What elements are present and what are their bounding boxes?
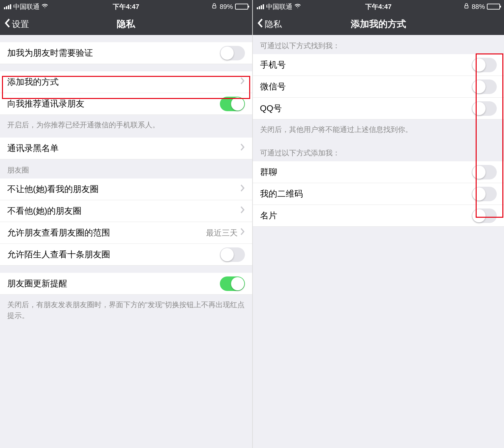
time-label: 下午4:47 xyxy=(365,2,392,11)
phone-left-privacy: 中国联通 下午4:47 89% 设置 隐私 加我为朋友时需要验证 添加我的方式 xyxy=(0,0,252,448)
row-label: QQ号 xyxy=(260,103,472,114)
note-update: 关闭后，有朋友发表朋友圈时，界面下方的"发现"切换按钮上不再出现红点提示。 xyxy=(0,295,252,328)
row-strangers-ten[interactable]: 允许陌生人查看十条朋友圈 xyxy=(0,244,252,266)
status-bar: 中国联通 下午4:47 88% xyxy=(253,0,504,13)
phone-right-add-ways: 中国联通 下午4:47 88% 隐私 添加我的方式 可通过以下方式找到我： 手机… xyxy=(252,0,504,448)
row-label: 不让他(她)看我的朋友圈 xyxy=(7,183,240,195)
row-hide-their-moments[interactable]: 不看他(她)的朋友圈 xyxy=(0,200,252,222)
row-label: 名片 xyxy=(260,210,472,221)
toggle-qq[interactable] xyxy=(472,101,497,116)
row-label: 微信号 xyxy=(260,81,472,92)
nav-title: 添加我的方式 xyxy=(351,18,406,30)
row-value: 最近三天 xyxy=(206,228,238,238)
toggle-wechat[interactable] xyxy=(472,80,497,94)
svg-rect-1 xyxy=(465,6,468,8)
row-phone[interactable]: 手机号 xyxy=(253,54,504,76)
row-qq[interactable]: QQ号 xyxy=(253,98,504,119)
chevron-right-icon xyxy=(240,77,245,87)
chevron-left-icon xyxy=(4,18,11,30)
chevron-left-icon xyxy=(257,18,263,30)
row-qrcode[interactable]: 我的二维码 xyxy=(253,183,504,205)
wifi-icon xyxy=(42,3,48,11)
row-verify-friend[interactable]: 加我为朋友时需要验证 xyxy=(0,42,252,64)
row-label: 允许陌生人查看十条朋友圈 xyxy=(7,249,220,260)
signal-icon xyxy=(4,4,11,9)
section-moments-header: 朋友圈 xyxy=(0,159,252,178)
row-label: 允许朋友查看朋友圈的范围 xyxy=(7,227,206,239)
nav-bar: 隐私 添加我的方式 xyxy=(253,13,504,35)
toggle-strangers[interactable] xyxy=(220,247,245,262)
row-label: 我的二维码 xyxy=(260,188,472,200)
row-recommend-contacts[interactable]: 向我推荐通讯录朋友 xyxy=(0,93,252,115)
toggle-recommend[interactable] xyxy=(220,97,245,111)
row-add-ways[interactable]: 添加我的方式 xyxy=(0,71,252,93)
chevron-right-icon xyxy=(240,143,245,153)
lock-icon xyxy=(211,3,218,11)
nav-title: 隐私 xyxy=(117,18,135,30)
toggle-card[interactable] xyxy=(472,208,497,223)
row-group-chat[interactable]: 群聊 xyxy=(253,161,504,183)
note-find: 关闭后，其他用户将不能通过上述信息找到你。 xyxy=(253,119,504,142)
row-card[interactable]: 名片 xyxy=(253,205,504,227)
toggle-update-notice[interactable] xyxy=(220,276,245,291)
row-blacklist[interactable]: 通讯录黑名单 xyxy=(0,138,252,159)
time-label: 下午4:47 xyxy=(113,2,139,11)
carrier-label: 中国联通 xyxy=(266,2,292,11)
toggle-group[interactable] xyxy=(472,165,497,179)
row-label: 加我为朋友时需要验证 xyxy=(7,47,220,59)
content-add-ways: 可通过以下方式找到我： 手机号 微信号 QQ号 关闭后，其他用户将不能通过上述信… xyxy=(253,35,504,448)
battery-icon xyxy=(487,4,500,10)
row-label: 通讯录黑名单 xyxy=(7,143,240,154)
back-label: 设置 xyxy=(12,18,29,30)
svg-rect-0 xyxy=(213,6,216,8)
wifi-icon xyxy=(294,3,301,11)
row-label: 向我推荐通讯录朋友 xyxy=(7,98,220,110)
battery-percent: 88% xyxy=(472,3,485,11)
row-label: 不看他(她)的朋友圈 xyxy=(7,205,240,217)
nav-bar: 设置 隐私 xyxy=(0,13,252,35)
row-label: 朋友圈更新提醒 xyxy=(7,278,220,289)
section-add-header: 可通过以下方式添加我： xyxy=(253,142,504,161)
back-label: 隐私 xyxy=(265,18,282,30)
carrier-label: 中国联通 xyxy=(13,2,40,11)
row-moments-range[interactable]: 允许朋友查看朋友圈的范围 最近三天 xyxy=(0,222,252,244)
back-button[interactable]: 隐私 xyxy=(257,18,282,30)
battery-icon xyxy=(235,4,248,10)
row-label: 添加我的方式 xyxy=(7,76,240,88)
status-bar: 中国联通 下午4:47 89% xyxy=(0,0,252,13)
chevron-right-icon xyxy=(240,206,245,216)
note-recommend: 开启后，为你推荐已经开通微信的手机联系人。 xyxy=(0,115,252,138)
chevron-right-icon xyxy=(240,228,245,238)
battery-percent: 89% xyxy=(220,3,233,11)
section-find-header: 可通过以下方式找到我： xyxy=(253,35,504,54)
toggle-verify[interactable] xyxy=(220,46,245,60)
chevron-right-icon xyxy=(240,184,245,194)
row-label: 群聊 xyxy=(260,166,472,178)
row-label: 手机号 xyxy=(260,59,472,71)
row-moments-update-notice[interactable]: 朋友圈更新提醒 xyxy=(0,273,252,295)
toggle-qrcode[interactable] xyxy=(472,187,497,201)
signal-icon xyxy=(257,4,264,9)
content-privacy: 加我为朋友时需要验证 添加我的方式 向我推荐通讯录朋友 开启后，为你推荐已经开通… xyxy=(0,35,252,448)
back-button[interactable]: 设置 xyxy=(4,18,29,30)
toggle-phone[interactable] xyxy=(472,58,497,72)
row-hide-my-moments[interactable]: 不让他(她)看我的朋友圈 xyxy=(0,178,252,200)
lock-icon xyxy=(463,3,470,11)
row-wechat-id[interactable]: 微信号 xyxy=(253,76,504,98)
